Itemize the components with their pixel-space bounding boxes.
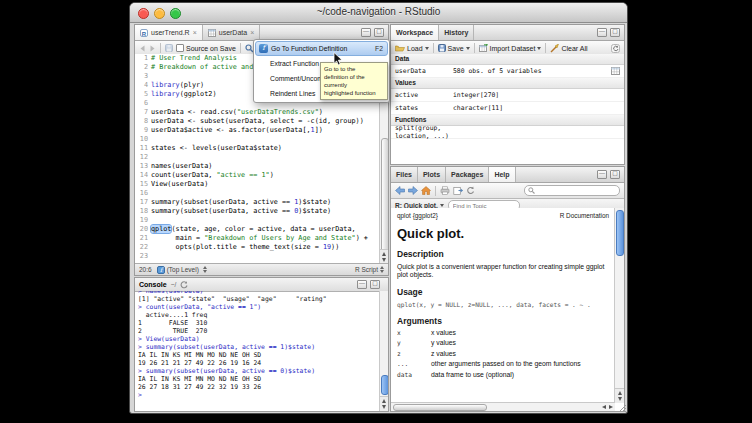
- load-button[interactable]: Load: [395, 44, 429, 52]
- object-value: 580 obs. of 5 variables: [453, 67, 611, 75]
- minimize-pane-icon[interactable]: —: [597, 170, 607, 179]
- code-line: 11states <- levels(userData$state): [135, 144, 380, 153]
- console-scrollbar[interactable]: [379, 291, 388, 411]
- code-line: 14count(userData, "active == 1"): [135, 171, 380, 180]
- forward-icon[interactable]: [408, 186, 418, 195]
- scrollbar-arrows[interactable]: [602, 405, 615, 409]
- tab-userdata[interactable]: userData ×: [203, 25, 261, 40]
- tab-history[interactable]: History: [439, 25, 474, 40]
- line-number: 21: [135, 234, 151, 243]
- object-name: split(group, location, ...): [391, 124, 453, 140]
- object-name: states: [391, 104, 453, 112]
- maximize-pane-icon[interactable]: ▢: [374, 28, 384, 37]
- workspace-object-row[interactable]: split(group, location, ...): [391, 126, 624, 139]
- scrollbar-thumb[interactable]: [616, 210, 624, 256]
- maximize-pane-icon[interactable]: ▢: [610, 170, 620, 179]
- tab-usertrend[interactable]: R userTrend.R ×: [135, 25, 203, 40]
- console-header: Console ~/ — ▢: [135, 278, 388, 292]
- code-line: 16: [135, 189, 380, 198]
- view-data-grid-icon[interactable]: [611, 67, 620, 75]
- code-line: 21 main = "Breakdown of Users by Age and…: [135, 234, 380, 243]
- refresh-icon[interactable]: [180, 281, 188, 289]
- argument-description: y values: [431, 339, 456, 347]
- console-output-line: 1 FALSE 310: [138, 319, 380, 327]
- checkbox-box[interactable]: [176, 44, 184, 52]
- workspace-object-list[interactable]: DatauserData580 obs. of 5 variablesValue…: [391, 54, 624, 164]
- console-output-line: IA IL IN KS MI MN MO ND NE OH SD: [138, 375, 380, 383]
- line-number: 3: [135, 72, 151, 81]
- workspace-object-row[interactable]: userData580 obs. of 5 variables: [391, 65, 624, 78]
- refresh-icon[interactable]: [611, 44, 620, 53]
- console-command: >: [138, 391, 380, 399]
- minimize-pane-icon[interactable]: —: [597, 28, 607, 37]
- title-bar[interactable]: ~/code-navigation - RStudio: [130, 3, 627, 23]
- code-line: 23: [135, 252, 380, 261]
- tab-plots[interactable]: Plots: [418, 167, 446, 182]
- chevron-down-icon: [440, 204, 444, 207]
- usage-code: qplot(x, y = NULL, z=NULL, ..., data, fa…: [397, 301, 609, 308]
- back-icon[interactable]: [395, 186, 405, 195]
- argument-description: other arguments passed on to the geom fu…: [431, 360, 581, 368]
- forward-icon[interactable]: [149, 45, 156, 52]
- argument-row: zz values: [397, 350, 609, 358]
- refresh-icon[interactable]: [466, 186, 475, 195]
- chevron-down-icon: [537, 47, 541, 50]
- object-name: userData: [391, 67, 453, 75]
- scrollbar-arrows[interactable]: [615, 388, 624, 403]
- help-scrollbar[interactable]: [614, 208, 624, 403]
- chevron-down-icon: [466, 47, 470, 50]
- scrollbar-arrows[interactable]: [380, 249, 388, 264]
- maximize-pane-icon[interactable]: ▢: [610, 28, 620, 37]
- console-output[interactable]: > names(userData)[1] "active" "state" "u…: [135, 291, 380, 411]
- file-type-label: R Script: [355, 266, 378, 273]
- tab-workspace[interactable]: Workspace: [391, 25, 439, 40]
- close-tab-icon[interactable]: ×: [250, 29, 254, 36]
- scope-selector[interactable]: f (Top Level): [157, 266, 207, 274]
- home-icon[interactable]: [421, 186, 431, 195]
- clear-all-button[interactable]: Clear All: [550, 44, 587, 53]
- resize-grip[interactable]: [617, 403, 626, 412]
- tab-files[interactable]: Files: [391, 167, 418, 182]
- line-number: 8: [135, 117, 151, 126]
- minimize-pane-icon[interactable]: —: [357, 280, 367, 289]
- save-icon[interactable]: [165, 44, 173, 52]
- line-number: 1: [135, 54, 151, 63]
- workspace-object-row[interactable]: activeinteger[270]: [391, 89, 624, 102]
- help-document[interactable]: qplot {ggplot2} R Documentation Quick pl…: [391, 208, 615, 403]
- scrollbar-thumb[interactable]: [381, 375, 389, 395]
- code-line: 19: [135, 216, 380, 225]
- help-search-box[interactable]: [524, 185, 620, 196]
- console-command: > View(userData): [138, 335, 380, 343]
- file-type-selector[interactable]: R Script: [355, 266, 384, 273]
- line-number: 19: [135, 216, 151, 225]
- console-command: > summary(subset(userData, active == 1)$…: [138, 343, 380, 351]
- tab-help[interactable]: Help: [489, 167, 515, 182]
- menu-item-go-to-function-definition[interactable]: fGo To Function DefinitionF2: [255, 41, 388, 56]
- line-number: 12: [135, 153, 151, 162]
- folder-open-icon: [395, 44, 405, 52]
- help-horizontal-scrollbar[interactable]: [391, 402, 615, 411]
- open-in-new-window-icon[interactable]: [453, 186, 463, 195]
- tab-label: Workspace: [396, 29, 433, 36]
- workspace-object-row[interactable]: statescharacter[11]: [391, 102, 624, 115]
- minimize-pane-icon[interactable]: —: [361, 28, 371, 37]
- import-dataset-button[interactable]: Import Dataset: [479, 44, 542, 52]
- scrollbar-thumb[interactable]: [393, 404, 487, 411]
- file-type-stepper-icon: [380, 266, 384, 273]
- scrollbar-arrows[interactable]: [380, 396, 388, 411]
- workspace-tab-bar: Workspace History — ▢: [391, 25, 624, 41]
- scope-icon: f: [157, 266, 165, 274]
- tooltip-line: definition of the: [324, 73, 384, 81]
- line-number: 14: [135, 171, 151, 180]
- tab-packages[interactable]: Packages: [446, 167, 489, 182]
- tab-label: Packages: [451, 171, 483, 178]
- close-tab-icon[interactable]: ×: [193, 29, 197, 36]
- help-toolbar: [391, 183, 624, 199]
- back-icon[interactable]: [139, 45, 146, 52]
- save-workspace-button[interactable]: Save: [438, 44, 470, 52]
- source-on-save-checkbox[interactable]: Source on Save: [176, 44, 236, 52]
- print-icon[interactable]: [440, 186, 450, 195]
- line-number: 13: [135, 162, 151, 171]
- maximize-pane-icon[interactable]: ▢: [370, 280, 380, 289]
- source-on-save-label: Source on Save: [186, 45, 236, 52]
